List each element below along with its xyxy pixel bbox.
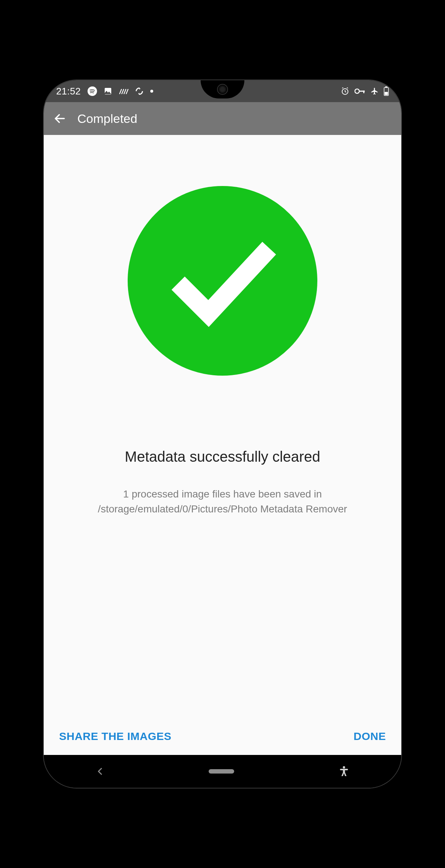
battery-icon <box>384 86 389 96</box>
page-title: Completed <box>77 112 137 126</box>
airplane-icon <box>371 87 379 95</box>
success-check-icon <box>128 186 317 376</box>
content-area: Metadata successfully cleared 1 processe… <box>44 135 401 755</box>
share-button[interactable]: SHARE THE IMAGES <box>59 730 171 743</box>
phone-frame: 21:52 <box>44 80 401 788</box>
sub-text: 1 processed image files have been saved … <box>59 487 386 516</box>
svg-rect-8 <box>385 92 388 95</box>
svg-rect-5 <box>363 91 364 93</box>
spotify-icon <box>88 86 97 96</box>
gallery-icon <box>104 87 112 96</box>
svg-rect-12 <box>343 769 345 773</box>
arrow-left-icon <box>53 112 66 125</box>
svg-point-10 <box>343 766 345 768</box>
done-button[interactable]: DONE <box>353 730 386 743</box>
headline-text: Metadata successfully cleared <box>125 449 320 465</box>
back-button[interactable] <box>53 111 67 126</box>
alarm-icon <box>341 87 349 96</box>
notification-dot-icon <box>150 90 153 93</box>
button-row: SHARE THE IMAGES DONE <box>48 719 397 755</box>
status-clock: 21:52 <box>56 86 81 97</box>
sync-icon <box>135 87 144 96</box>
app-bar: Completed <box>44 102 401 135</box>
system-nav-bar <box>44 755 401 788</box>
nav-back-button[interactable] <box>96 766 104 776</box>
waves-icon <box>119 87 128 95</box>
nav-home-button[interactable] <box>209 769 234 774</box>
vpn-key-icon <box>355 88 365 94</box>
camera-lens <box>217 84 228 95</box>
svg-point-3 <box>355 89 359 93</box>
nav-accessibility-button[interactable] <box>339 766 349 777</box>
